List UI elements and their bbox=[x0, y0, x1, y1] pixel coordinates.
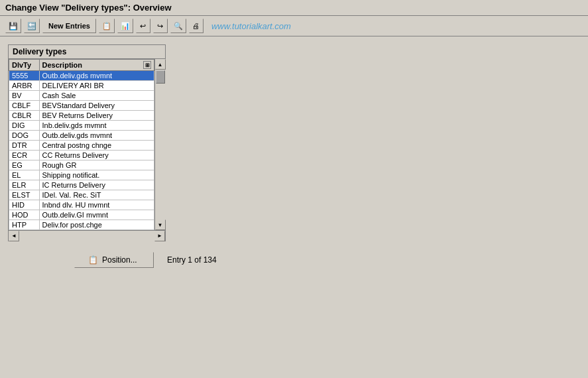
cell-dlvty: EG bbox=[9, 160, 40, 170]
table-row[interactable]: DTRCentral postng chnge bbox=[9, 141, 154, 151]
undo-button[interactable]: ↩ bbox=[136, 19, 150, 33]
scroll-thumb[interactable] bbox=[156, 70, 165, 84]
table-icon: 📊 bbox=[121, 22, 130, 31]
copy-button[interactable]: 📋 bbox=[99, 19, 115, 33]
delivery-table: DlvTy Description ⊞ 5555Outb.deliv.gds m… bbox=[9, 59, 154, 230]
scroll-right-button[interactable]: ► bbox=[154, 231, 165, 241]
table-row[interactable]: CBLFBEVStandard Delivery bbox=[9, 101, 154, 111]
cell-dlvty: DOG bbox=[9, 131, 40, 141]
copy-icon: 📋 bbox=[102, 22, 111, 31]
table-row[interactable]: ELRIC Returns Delivery bbox=[9, 180, 154, 190]
table-row[interactable]: ECRCC Returns Delivery bbox=[9, 151, 154, 160]
cell-desc: Cash Sale bbox=[39, 91, 154, 101]
cell-desc: IC Returns Delivery bbox=[39, 180, 154, 190]
entry-count: Entry 1 of 134 bbox=[167, 255, 217, 265]
cell-dlvty: BV bbox=[9, 91, 40, 101]
table-row[interactable]: BVCash Sale bbox=[9, 91, 154, 101]
table-row[interactable]: DOGOutb.deliv.gds mvmnt bbox=[9, 131, 154, 141]
position-icon: 📋 bbox=[88, 255, 98, 265]
scroll-left-button[interactable]: ◄ bbox=[9, 231, 19, 241]
table-row[interactable]: ELShipping notificat. bbox=[9, 170, 154, 180]
table-body: 5555Outb.deliv.gds mvmntARBRDELIVERY ARI… bbox=[9, 71, 154, 230]
cell-desc: CC Returns Delivery bbox=[39, 151, 154, 160]
table-row[interactable]: ARBRDELIVERY ARI BR bbox=[9, 81, 154, 91]
save-button[interactable]: 💾 bbox=[5, 19, 21, 33]
toolbar: 💾 🔙 New Entries 📋 📊 ↩ ↪ 🔍 🖨 www.tutorial… bbox=[0, 16, 588, 36]
cell-dlvty: DTR bbox=[9, 141, 40, 151]
cell-dlvty: ELST bbox=[9, 190, 40, 200]
table-row[interactable]: CBLRBEV Returns Delivery bbox=[9, 111, 154, 121]
cell-dlvty: ARBR bbox=[9, 81, 40, 91]
cell-dlvty: DIG bbox=[9, 121, 40, 131]
cell-desc: BEV Returns Delivery bbox=[39, 111, 154, 121]
cell-dlvty: HOD bbox=[9, 210, 40, 220]
cell-desc: Outb.deliv.gds mvmnt bbox=[39, 131, 154, 141]
horizontal-scrollbar[interactable]: ◄ ► bbox=[9, 230, 165, 241]
table-row[interactable]: HIDInbnd dlv. HU mvmnt bbox=[9, 200, 154, 210]
cell-dlvty: ELR bbox=[9, 180, 40, 190]
h-scroll-track[interactable] bbox=[19, 231, 154, 241]
cell-dlvty: HID bbox=[9, 200, 40, 210]
scroll-up-button[interactable]: ▲ bbox=[155, 59, 166, 70]
table-row[interactable]: DIGInb.deliv.gds mvmnt bbox=[9, 121, 154, 131]
table-section-header: Delivery types bbox=[9, 45, 165, 59]
print-icon: 🖨 bbox=[192, 22, 200, 30]
cell-desc: Inbnd dlv. HU mvmnt bbox=[39, 200, 154, 210]
cell-dlvty: CBLF bbox=[9, 101, 40, 111]
table-row[interactable]: EGRough GR bbox=[9, 160, 154, 170]
table-row[interactable]: HODOutb.deliv.GI mvmnt bbox=[9, 210, 154, 220]
scroll-area: DlvTy Description ⊞ 5555Outb.deliv.gds m… bbox=[9, 59, 165, 230]
scroll-down-button[interactable]: ▼ bbox=[155, 220, 166, 230]
title-bar: Change View "Delivery types": Overview bbox=[0, 0, 588, 16]
bottom-area: 📋 Position... Entry 1 of 134 bbox=[8, 252, 580, 268]
delivery-types-table-container: Delivery types DlvTy Description ⊞ bbox=[8, 44, 166, 241]
cell-desc: Shipping notificat. bbox=[39, 170, 154, 180]
page-title: Change View "Delivery types": Overview bbox=[5, 3, 583, 13]
new-entries-button[interactable]: New Entries bbox=[42, 19, 96, 33]
back-icon: 🔙 bbox=[27, 22, 36, 31]
cell-desc: BEVStandard Delivery bbox=[39, 101, 154, 111]
cell-desc: Outb.deliv.gds mvmnt bbox=[39, 71, 154, 81]
cell-dlvty: ECR bbox=[9, 151, 40, 160]
print-button[interactable]: 🖨 bbox=[189, 19, 204, 33]
cell-desc: Outb.deliv.GI mvmnt bbox=[39, 210, 154, 220]
cell-dlvty: CBLR bbox=[9, 111, 40, 121]
position-label: Position... bbox=[102, 255, 137, 265]
redo-icon: ↪ bbox=[157, 22, 163, 31]
undo-icon: ↩ bbox=[140, 22, 146, 31]
table-row[interactable]: HTPDeliv.for post.chge bbox=[9, 220, 154, 230]
find-button[interactable]: 🔍 bbox=[170, 19, 186, 33]
main-content: Delivery types DlvTy Description ⊞ bbox=[0, 36, 588, 273]
cell-dlvty: 5555 bbox=[9, 71, 40, 81]
cell-dlvty: HTP bbox=[9, 220, 40, 230]
cell-desc: IDel. Val. Rec. SiT bbox=[39, 190, 154, 200]
find-icon: 🔍 bbox=[174, 22, 183, 31]
table-button[interactable]: 📊 bbox=[117, 19, 133, 33]
save-icon: 💾 bbox=[9, 22, 18, 31]
table-row[interactable]: ELSTIDel. Val. Rec. SiT bbox=[9, 190, 154, 200]
position-button[interactable]: 📋 Position... bbox=[74, 252, 154, 268]
cell-dlvty: EL bbox=[9, 170, 40, 180]
redo-button[interactable]: ↪ bbox=[153, 19, 168, 33]
col-header-desc: Description ⊞ bbox=[39, 60, 154, 71]
cell-desc: Inb.deliv.gds mvmnt bbox=[39, 121, 154, 131]
new-entries-label: New Entries bbox=[48, 22, 90, 30]
cell-desc: DELIVERY ARI BR bbox=[39, 81, 154, 91]
cell-desc: Central postng chnge bbox=[39, 141, 154, 151]
watermark: www.tutorialkart.com bbox=[211, 21, 291, 31]
col-header-dlvty: DlvTy bbox=[9, 60, 40, 71]
back-button[interactable]: 🔙 bbox=[24, 19, 40, 33]
table-row[interactable]: 5555Outb.deliv.gds mvmnt bbox=[9, 71, 154, 81]
cell-desc: Deliv.for post.chge bbox=[39, 220, 154, 230]
resize-handle[interactable]: ⊞ bbox=[143, 61, 151, 69]
cell-desc: Rough GR bbox=[39, 160, 154, 170]
vertical-scrollbar[interactable]: ▲ ▼ bbox=[154, 59, 165, 230]
table-wrapper: DlvTy Description ⊞ 5555Outb.deliv.gds m… bbox=[9, 59, 154, 230]
scroll-track[interactable] bbox=[155, 70, 166, 220]
